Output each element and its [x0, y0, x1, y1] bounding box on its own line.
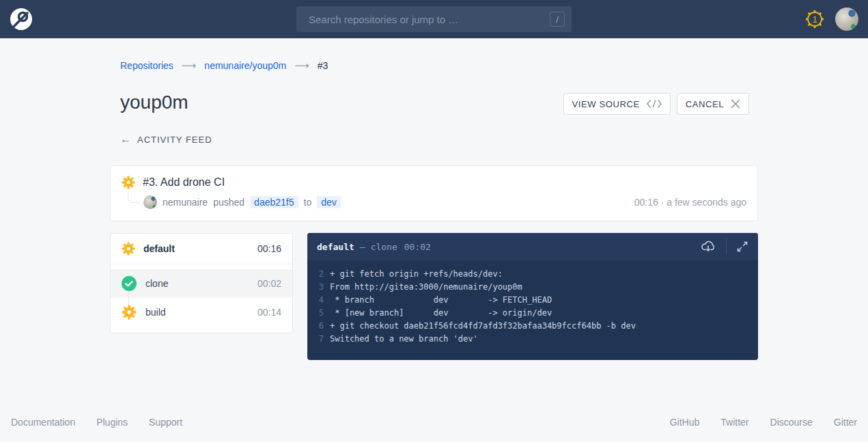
step-list: clone00:02build00:14 — [111, 264, 292, 333]
expand-console-button[interactable] — [736, 240, 748, 253]
footer-right-links: GitHubTwitterDiscourseGitter — [670, 417, 857, 428]
breadcrumb-item[interactable]: nemunaire/youp0m — [204, 60, 286, 71]
footer-link-gitter[interactable]: Gitter — [834, 417, 857, 428]
footer-left-links: DocumentationPluginsSupport — [11, 417, 182, 428]
close-icon — [731, 99, 740, 109]
running-gear-icon — [122, 242, 135, 255]
search-input[interactable] — [309, 14, 550, 25]
search-shortcut-key: / — [550, 12, 565, 27]
footer-link-support[interactable]: Support — [149, 417, 182, 428]
view-source-button[interactable]: VIEW SOURCE — [563, 93, 671, 115]
divider — [726, 238, 727, 255]
log-line-number: 7 — [317, 333, 324, 346]
code-icon — [647, 99, 662, 109]
build-title: #3. Add drone CI — [143, 176, 225, 189]
footer-link-twitter[interactable]: Twitter — [720, 417, 748, 428]
console-log[interactable]: 2+ git fetch origin +refs/heads/dev:3Fro… — [307, 260, 758, 346]
console-panel: default — clone 00:02 — [307, 233, 758, 360]
step-duration: 00:02 — [257, 278, 281, 289]
drone-logo-icon[interactable] — [10, 8, 33, 31]
footer-link-documentation[interactable]: Documentation — [11, 417, 75, 428]
cancel-label: CANCEL — [686, 99, 724, 109]
log-line-text: * branch dev -> FETCH_HEAD — [324, 294, 552, 307]
footer-link-discourse[interactable]: Discourse — [770, 417, 813, 428]
step-row-build[interactable]: build00:14 — [111, 298, 292, 327]
activity-feed-label: ACTIVITY FEED — [137, 135, 212, 145]
breadcrumb-item[interactable]: Repositories — [120, 60, 173, 71]
cancel-button[interactable]: CANCEL — [677, 93, 749, 115]
log-line-number: 2 — [317, 268, 324, 281]
breadcrumb-arrow-icon: ⟶ — [294, 59, 309, 72]
stage-duration: 00:16 — [257, 243, 281, 254]
stage-name: default — [143, 243, 175, 254]
breadcrumb: Repositories⟶nemunaire/youp0m⟶#3 — [120, 59, 328, 72]
build-duration: 00:16 — [634, 197, 658, 208]
build-time-ago: a few seconds ago — [667, 197, 746, 208]
log-line-number: 3 — [317, 281, 324, 294]
running-gear-icon — [122, 176, 135, 189]
console-step-name: clone — [371, 242, 397, 252]
action-buttons: VIEW SOURCE CANCEL — [563, 93, 749, 115]
author-avatar — [143, 195, 157, 209]
footer-link-github[interactable]: GitHub — [670, 417, 700, 428]
breadcrumb-item: #3 — [318, 60, 328, 71]
log-line: 4 * branch dev -> FETCH_HEAD — [307, 294, 758, 307]
log-line-text: + git fetch origin +refs/heads/dev: — [324, 268, 503, 281]
success-check-icon — [122, 276, 137, 291]
view-source-label: VIEW SOURCE — [572, 99, 640, 109]
build-summary-card[interactable]: #3. Add drone CI nemunaire pushed daeb21… — [110, 165, 758, 221]
badge-count: 1 — [812, 14, 817, 25]
breadcrumb-arrow-icon: ⟶ — [182, 59, 197, 72]
build-author: nemunaire — [163, 197, 208, 208]
build-meta: 00:16 · a few seconds ago — [634, 197, 746, 208]
commit-chip[interactable]: daeb21f5 — [250, 196, 298, 208]
console-step-duration: 00:02 — [404, 242, 431, 252]
console-stage-name: default — [317, 242, 354, 252]
log-line-number: 5 — [317, 307, 324, 320]
log-line-text: * [new branch] dev -> origin/dev — [324, 307, 552, 320]
log-line: 2+ git fetch origin +refs/heads/dev: — [307, 268, 758, 281]
meta-dot: · — [661, 197, 664, 208]
user-avatar[interactable] — [835, 8, 858, 31]
stage-header[interactable]: default 00:16 — [111, 234, 292, 264]
log-line: 6+ git checkout daeb21f56fcd4fd7afd3f32b… — [307, 320, 758, 333]
step-duration: 00:14 — [257, 307, 281, 318]
topbar-right-group: 1 — [804, 0, 858, 38]
branch-chip[interactable]: dev — [317, 196, 341, 208]
running-gear-icon — [122, 305, 137, 320]
console-header: default — clone 00:02 — [307, 233, 758, 260]
top-navigation-bar: / 1 — [0, 0, 868, 38]
step-name: build — [145, 307, 166, 318]
page-title: youp0m — [120, 92, 188, 113]
tree-connector — [128, 193, 139, 203]
footer-link-plugins[interactable]: Plugins — [96, 417, 128, 428]
activity-feed-link[interactable]: ← ACTIVITY FEED — [120, 133, 212, 146]
left-arrow-icon: ← — [120, 133, 132, 146]
log-line-number: 4 — [317, 294, 324, 307]
step-row-clone[interactable]: clone00:02 — [111, 269, 292, 298]
stage-list-card: default 00:16 clone00:02build00:14 — [110, 233, 293, 333]
search-box[interactable]: / — [296, 6, 572, 32]
log-line: 5 * [new branch] dev -> origin/dev — [307, 307, 758, 320]
to-word: to — [304, 197, 312, 208]
running-builds-badge[interactable]: 1 — [804, 8, 826, 30]
build-action: pushed — [213, 197, 244, 208]
download-log-button[interactable] — [700, 238, 716, 255]
log-line-number: 6 — [317, 320, 324, 333]
step-name: clone — [145, 278, 168, 289]
log-line: 7Switched to a new branch 'dev' — [307, 333, 758, 346]
log-line-text: + git checkout daeb21f56fcd4fd7afd3f32ba… — [324, 320, 636, 333]
log-line-text: Switched to a new branch 'dev' — [324, 333, 478, 346]
log-line: 3From http://gitea:3000/nemunaire/youp0m — [307, 281, 758, 294]
console-dash: — — [360, 242, 365, 252]
log-line-text: From http://gitea:3000/nemunaire/youp0m — [324, 281, 522, 294]
